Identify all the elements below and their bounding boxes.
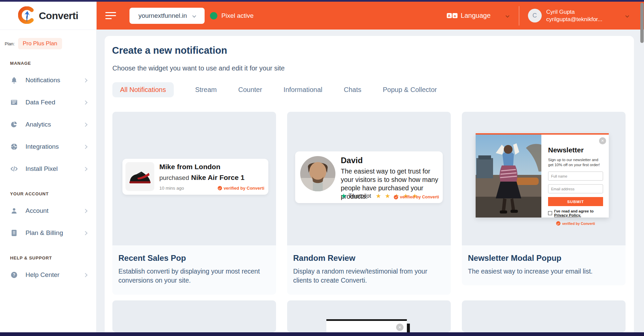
- product-name: Nike Air Force 1: [191, 174, 245, 181]
- widget-card-partial[interactable]: [112, 300, 276, 332]
- question-icon: ?: [10, 271, 18, 279]
- sidebar-item-label: Analytics: [25, 121, 84, 128]
- pixel-status-label: Pixel active: [221, 12, 254, 19]
- widget-preview: [112, 300, 276, 332]
- widget-card-partial[interactable]: × GET 25% OFF: [287, 300, 451, 332]
- card-footer: Newsletter Modal Popup The easiest way t…: [462, 245, 626, 285]
- sidebar-item-label: Data Feed: [25, 99, 84, 106]
- bottom-accent-strip: [0, 332, 644, 336]
- coupon-widget-partial: × GET 25% OFF: [326, 319, 407, 332]
- sidebar-item-notifications[interactable]: Notifications: [0, 69, 96, 91]
- widget-preview: [462, 300, 626, 332]
- sidebar-item-label: Help Center: [25, 271, 84, 279]
- submit-button[interactable]: SUBMIT: [548, 197, 603, 206]
- chevron-right-icon: [83, 231, 88, 235]
- card-title: Recent Sales Pop: [118, 253, 269, 263]
- chevron-right-icon: [83, 100, 88, 105]
- widget-card-newsletter-modal[interactable]: × Newsletter Sign up to our newsletter a…: [462, 112, 626, 285]
- pie-chart-icon: [10, 121, 18, 129]
- newsletter-title: Newsletter: [548, 146, 603, 154]
- top-accent-strip: [0, 0, 644, 2]
- notification-tabs: All Notifications Stream Counter Informa…: [112, 82, 437, 97]
- svg-text:?: ?: [13, 273, 15, 277]
- email-field[interactable]: [548, 184, 603, 193]
- main-panel: Create a new notification Choose the wid…: [105, 36, 634, 332]
- tab-popup-collector[interactable]: Popup & Collector: [383, 82, 437, 97]
- chevron-right-icon: [83, 209, 88, 213]
- card-footer: Random Review Display a random review/te…: [287, 245, 451, 295]
- card-footer: Recent Sales Pop Establish converti by d…: [112, 245, 276, 295]
- full-name-field[interactable]: [548, 172, 603, 181]
- chevron-down-icon: [505, 14, 509, 17]
- tab-chats[interactable]: Chats: [344, 82, 361, 97]
- card-description: The easiest way to increase your email l…: [468, 267, 615, 276]
- translate-icon: A a: [447, 13, 458, 18]
- privacy-policy-link[interactable]: Privacy Policy.: [554, 213, 581, 217]
- widget-card-recent-sales-pop[interactable]: Mike from London purchasedNike Air Force…: [112, 112, 276, 295]
- check-icon: [556, 221, 560, 226]
- top-bar: yournextfunnel.in Pixel active A a Langu…: [97, 2, 644, 30]
- close-icon[interactable]: ×: [599, 137, 606, 144]
- tab-stream[interactable]: Stream: [195, 82, 217, 97]
- tab-informational[interactable]: Informational: [283, 82, 322, 97]
- section-heading-help-support: HELP & SUPPORT: [10, 255, 96, 260]
- sidebar-item-label: Notifications: [25, 77, 84, 84]
- user-menu[interactable]: C Cyril Gupta cyrilgupta@teknikfor...: [528, 8, 629, 23]
- header-divider: [519, 6, 519, 26]
- sidebar-item-account[interactable]: Account: [0, 200, 96, 222]
- user-name: Cyril Gupta: [546, 8, 603, 16]
- vertical-scrollbar[interactable]: [640, 3, 644, 43]
- widget-preview: × GET 25% OFF: [287, 300, 451, 332]
- tab-counter[interactable]: Counter: [238, 82, 262, 97]
- section-heading-manage: MANAGE: [10, 61, 96, 66]
- modal-photo: [476, 135, 541, 218]
- widget-card-partial[interactable]: [462, 300, 626, 332]
- sidebar-item-help-center[interactable]: ? Help Center: [0, 264, 96, 286]
- widget-preview: Mike from London purchasedNike Air Force…: [112, 112, 276, 245]
- reviewer-name: David: [341, 156, 363, 165]
- card-title: Newsletter Modal Popup: [468, 253, 618, 263]
- chevron-right-icon: [83, 145, 88, 149]
- reviewer-photo: [300, 156, 335, 191]
- tab-all-notifications[interactable]: All Notifications: [112, 82, 174, 97]
- sidebar-item-plan-billing[interactable]: Plan & Billing: [0, 222, 96, 244]
- code-icon: [10, 165, 18, 173]
- sidebar-item-install-pixel[interactable]: Install Pixel: [0, 158, 96, 180]
- sidebar-item-label: Install Pixel: [25, 165, 84, 173]
- sales-pop-widget: Mike from London purchasedNike Air Force…: [122, 159, 268, 195]
- logo[interactable]: Converti: [0, 2, 96, 30]
- privacy-checkbox[interactable]: [548, 211, 552, 215]
- domain-select-value: yournextfunnel.in: [139, 12, 187, 19]
- sidebar-item-data-feed[interactable]: Data Feed: [0, 91, 96, 113]
- widget-card-random-review[interactable]: David The easiest way to get trust for y…: [287, 112, 451, 295]
- close-icon[interactable]: ×: [396, 324, 404, 331]
- agree-text: I've read and agree to Privacy Policy.: [554, 209, 603, 217]
- sidebar-item-analytics[interactable]: Analytics: [0, 113, 96, 136]
- pixel-status-dot: [210, 12, 217, 19]
- trustpilot-star-icon: ★: [341, 192, 346, 200]
- buyer-name: Mike from London: [159, 163, 220, 171]
- action-text: purchased: [159, 174, 189, 181]
- verified-badge: verified by Converti: [394, 195, 439, 199]
- language-label: Language: [461, 12, 491, 19]
- hamburger-menu-icon[interactable]: [105, 12, 116, 19]
- page-subtitle: Choose the widget you want to use and ed…: [112, 64, 285, 72]
- trustpilot-label: Trustpilot: [348, 193, 371, 199]
- chevron-down-icon: [625, 14, 629, 17]
- verified-badge: verified by Converti: [548, 221, 603, 226]
- sidebar-item-label: Account: [25, 207, 84, 214]
- sidebar-item-label: Integrations: [25, 143, 84, 150]
- chevron-right-icon: [83, 78, 88, 83]
- language-selector[interactable]: A a Language: [447, 12, 509, 19]
- plan-row: Plan: Pro Plus Plan: [0, 30, 96, 49]
- sidebar: Converti Plan: Pro Plus Plan MANAGE Noti…: [0, 2, 97, 332]
- time-ago: 10 mins ago: [159, 186, 184, 191]
- sidebar-item-integrations[interactable]: Integrations: [0, 136, 96, 158]
- user-email: cyrilgupta@teknikfor...: [546, 16, 603, 23]
- chevron-down-icon: [193, 14, 196, 17]
- product-image: [125, 162, 154, 191]
- verified-badge: verified by Converti: [218, 186, 264, 191]
- domain-select[interactable]: yournextfunnel.in: [129, 8, 205, 24]
- puzzle-icon: [10, 143, 18, 151]
- sidebar-item-label: Plan & Billing: [25, 229, 84, 237]
